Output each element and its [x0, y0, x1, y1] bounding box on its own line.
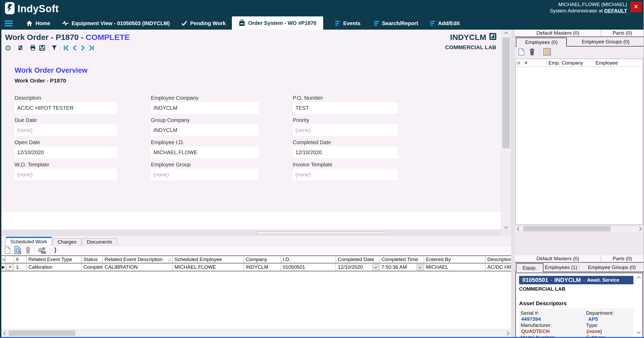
nav-add-edit[interactable]: Add/Edit — [430, 20, 460, 26]
settings-sliders-icon[interactable] — [17, 45, 24, 52]
tab-employee-groups[interactable]: Employee Groups (0) — [568, 38, 643, 46]
event-side-panel: Default Masters (0) Parts (0) Equip. Emp… — [515, 255, 643, 337]
col-company[interactable]: Company — [244, 256, 281, 263]
col-status[interactable]: Status — [82, 256, 103, 263]
tab-parts[interactable]: Parts (0) — [601, 255, 643, 262]
scroll-up-icon[interactable] — [635, 275, 642, 281]
manufacturer-value[interactable]: QUADTECH — [521, 328, 586, 334]
col-employee[interactable]: Employee — [593, 59, 643, 67]
scroll-up-icon[interactable] — [503, 30, 510, 37]
new-item-icon[interactable] — [4, 246, 11, 255]
wo-template-field[interactable]: (none) — [15, 169, 117, 180]
col-related-event-type[interactable]: Related Event Type — [26, 256, 82, 263]
scheduled-work-hscrollbar[interactable] — [1, 329, 511, 337]
grid-options-icon[interactable] — [516, 59, 523, 67]
nav-pending-work[interactable]: Pending Work — [181, 20, 226, 26]
scroll-thumb[interactable] — [502, 37, 510, 148]
scroll-thumb[interactable] — [523, 226, 611, 231]
tab-scheduled-work[interactable]: Scheduled Work — [6, 237, 52, 245]
window-form-icon[interactable] — [489, 33, 496, 42]
nav-home[interactable]: Home — [26, 20, 50, 26]
priority-field[interactable]: (none) — [293, 124, 398, 136]
completed-date-field[interactable]: 12/10/2020 — [293, 147, 398, 158]
scheduled-work-row[interactable]: ▶ 1 Calibration Complete CALIBRATION MIC… — [1, 263, 511, 271]
tab-equip[interactable]: Equip. — [516, 263, 543, 272]
description-field[interactable]: AC/DC HIPOT TESTER — [15, 102, 117, 114]
splitter-handle[interactable] — [257, 231, 386, 234]
grid-view-icon[interactable] — [543, 48, 551, 57]
flag-icon[interactable] — [54, 246, 57, 255]
equipment-vscrollbar[interactable] — [635, 275, 642, 335]
menu-icon[interactable] — [5, 20, 13, 26]
col-id[interactable]: I.D. — [281, 256, 336, 263]
last-record-icon[interactable] — [88, 45, 94, 52]
horizontal-splitter[interactable] — [1, 230, 501, 236]
employee-company-field[interactable]: INDYCLM — [151, 102, 259, 114]
view-item-icon[interactable] — [14, 246, 22, 255]
serial-value[interactable]: 4497394 — [521, 316, 586, 322]
scroll-right-icon[interactable] — [504, 330, 511, 336]
user-info: MICHAEL.FLOWE (MICHAEL) System Administr… — [550, 1, 627, 14]
close-button[interactable]: ✕ — [630, 2, 642, 12]
col-num[interactable]: # — [14, 256, 26, 263]
col-completed-date[interactable]: Completed Date — [336, 256, 380, 263]
col-description[interactable]: Description — [485, 256, 511, 263]
main-vertical-scrollbar[interactable] — [501, 30, 511, 231]
tab-parts[interactable]: Parts (0) — [601, 30, 643, 36]
add-icon[interactable] — [5, 45, 11, 52]
col-related-event-description[interactable]: Related Event Description△ — [103, 256, 173, 263]
nav-equipment-view[interactable]: Equipment View - 01050503 (INDYCLM) — [62, 20, 170, 26]
prev-record-icon[interactable] — [72, 45, 77, 52]
employee-id-field[interactable]: MICHAEL.FLOWE — [151, 147, 259, 158]
tab-employees[interactable]: Employees (1) — [544, 263, 578, 272]
time-dropdown-icon[interactable] — [417, 264, 423, 270]
delete-item-icon[interactable] — [25, 247, 31, 255]
col-num[interactable]: # — [523, 59, 546, 67]
tab-employee-groups[interactable]: Employee Groups (0) — [580, 263, 643, 272]
employee-group-field[interactable]: (none) — [151, 169, 259, 180]
scroll-right-icon[interactable] — [636, 226, 643, 232]
po-number-field[interactable]: TEST — [293, 102, 398, 114]
tab-default-masters[interactable]: Default Masters (0) — [515, 255, 601, 262]
nav-events[interactable]: Events — [335, 20, 361, 26]
type-value[interactable]: (none) — [586, 328, 633, 334]
next-record-icon[interactable] — [80, 45, 85, 52]
delete-record-icon[interactable] — [529, 48, 535, 57]
page-title: Work Order - P1870 - COMPLETE — [5, 33, 130, 42]
first-record-icon[interactable] — [63, 45, 69, 52]
tab-default-masters[interactable]: Default Masters (0) — [515, 30, 601, 36]
scroll-thumb[interactable] — [9, 330, 75, 336]
assign-employee-icon[interactable] — [38, 246, 47, 255]
scroll-left-icon[interactable] — [515, 226, 522, 232]
site-link[interactable]: DEFAULT — [604, 8, 627, 13]
due-date-field[interactable]: (none) — [15, 124, 117, 136]
nav-order-system-active-tab[interactable]: Order System - WO #P1870 — [232, 16, 323, 30]
equipment-banner[interactable]: 01050501 - INDYCLM - Await. Service — [519, 276, 633, 284]
tab-employees[interactable]: Employees (0) — [516, 38, 567, 47]
equipment-status: Await. Service — [587, 277, 619, 283]
open-date-field[interactable]: 12/10/2020 — [15, 147, 117, 158]
tab-documents[interactable]: Documents — [82, 238, 117, 245]
invoice-template-field[interactable]: (none) — [293, 169, 398, 180]
col-scheduled-employee[interactable]: Scheduled Employee — [173, 256, 244, 263]
scroll-down-icon[interactable] — [635, 328, 642, 335]
tab-charges[interactable]: Charges — [53, 238, 81, 245]
department-value[interactable]: AP5 — [586, 316, 633, 322]
nav-search-report[interactable]: Search/Report — [374, 20, 418, 26]
new-record-icon[interactable] — [518, 48, 525, 57]
save-icon[interactable] — [39, 45, 45, 52]
equipment-lab: COMMERCIAL LAB — [519, 286, 633, 292]
print-icon[interactable] — [30, 45, 36, 52]
scroll-left-icon[interactable] — [2, 330, 9, 336]
employees-hscrollbar[interactable] — [515, 225, 643, 232]
col-completed-time[interactable]: Completed Time — [380, 256, 424, 263]
scroll-down-icon[interactable] — [503, 223, 510, 230]
grid-options-icon[interactable] — [1, 256, 6, 263]
col-emp-company[interactable]: Emp. Company — [546, 59, 593, 67]
open-event-button[interactable] — [7, 264, 13, 270]
filter-icon[interactable] — [51, 45, 57, 52]
col-entered-by[interactable]: Entered By — [424, 256, 485, 263]
group-company-field[interactable]: INDYCLM — [151, 124, 259, 136]
panel-divider — [511, 30, 515, 337]
date-dropdown-icon[interactable] — [372, 264, 379, 270]
